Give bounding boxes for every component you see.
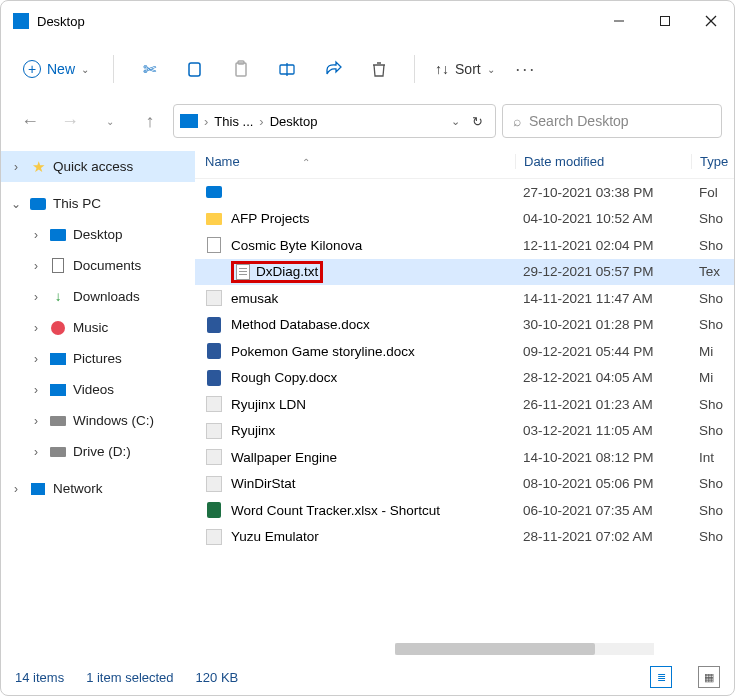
sidebar-item-pictures[interactable]: ›Pictures <box>1 343 195 374</box>
sidebar-item-downloads[interactable]: ›↓Downloads <box>1 281 195 312</box>
file-date: 30-10-2021 01:28 PM <box>515 317 691 332</box>
file-date: 14-11-2021 11:47 AM <box>515 291 691 306</box>
close-button[interactable] <box>688 1 734 41</box>
column-name[interactable]: Name⌃ <box>201 154 515 169</box>
file-name: Word Count Tracker.xlsx - Shortcut <box>231 503 515 518</box>
file-row[interactable]: Pokemon Game storyline.docx09-12-2021 05… <box>195 338 734 365</box>
file-row[interactable]: Yuzu Emulator28-11-2021 07:02 AMSho <box>195 524 734 551</box>
new-button[interactable]: + New ⌄ <box>13 54 99 84</box>
shortcut-icon <box>206 423 222 439</box>
file-row[interactable]: Word Count Tracker.xlsx - Shortcut06-10-… <box>195 497 734 524</box>
file-type: Sho <box>691 423 734 438</box>
status-size: 120 KB <box>196 670 239 685</box>
txt-icon <box>236 264 250 280</box>
file-row[interactable]: Ryujinx03-12-2021 11:05 AMSho <box>195 418 734 445</box>
search-input[interactable]: ⌕ Search Desktop <box>502 104 722 138</box>
new-label: New <box>47 61 75 77</box>
file-name: Rough Copy.docx <box>231 370 515 385</box>
file-type: Sho <box>691 291 734 306</box>
sidebar-label: Drive (D:) <box>73 444 131 459</box>
file-date: 27-10-2021 03:38 PM <box>515 185 691 200</box>
file-row[interactable]: Cosmic Byte Kilonova12-11-2021 02:04 PMS… <box>195 232 734 259</box>
cut-button[interactable]: ✄ <box>128 49 170 89</box>
drive-icon <box>50 447 66 457</box>
file-row[interactable]: AFP Projects04-10-2021 10:52 AMSho <box>195 206 734 233</box>
chevron-down-icon: ⌄ <box>487 64 495 75</box>
column-header: Name⌃ Date modified Type <box>195 145 734 179</box>
share-button[interactable] <box>312 49 354 89</box>
maximize-button[interactable] <box>642 1 688 41</box>
thumbnails-view-button[interactable]: ▦ <box>698 666 720 688</box>
file-row[interactable]: DxDiag.txt29-12-2021 05:57 PMTex <box>195 259 734 286</box>
recent-dropdown-icon[interactable]: ⌄ <box>93 104 127 138</box>
navbar: ← → ⌄ ↑ › This ... › Desktop ⌄ ↻ ⌕ Searc… <box>1 97 734 145</box>
file-name: Wallpaper Engine <box>231 450 515 465</box>
horizontal-scrollbar[interactable] <box>395 643 654 655</box>
plus-icon: + <box>23 60 41 78</box>
sidebar-label: This PC <box>53 196 101 211</box>
sidebar: › ★ Quick access ⌄ This PC ›Desktop ›Doc… <box>1 145 195 659</box>
drive-icon <box>50 416 66 426</box>
sidebar-item-quick-access[interactable]: › ★ Quick access <box>1 151 195 182</box>
file-type: Int <box>691 450 734 465</box>
sort-button[interactable]: ↑↓ Sort ⌄ <box>429 61 501 77</box>
chevron-right-icon: › <box>9 160 23 174</box>
rename-button[interactable] <box>266 49 308 89</box>
sidebar-item-videos[interactable]: ›Videos <box>1 374 195 405</box>
sidebar-item-music[interactable]: ›Music <box>1 312 195 343</box>
file-row[interactable]: emusak14-11-2021 11:47 AMSho <box>195 285 734 312</box>
copy-button[interactable] <box>174 49 216 89</box>
titlebar: Desktop <box>1 1 734 41</box>
sidebar-item-network[interactable]: ›Network <box>1 473 195 504</box>
sort-asc-icon: ⌃ <box>302 157 310 168</box>
column-type[interactable]: Type <box>691 154 734 169</box>
sidebar-item-drive-c[interactable]: ›Windows (C:) <box>1 405 195 436</box>
breadcrumb-seg[interactable]: This ... <box>214 114 253 129</box>
chevron-down-icon[interactable]: ⌄ <box>451 115 460 128</box>
sidebar-item-this-pc[interactable]: ⌄ This PC <box>1 188 195 219</box>
sidebar-label: Downloads <box>73 289 140 304</box>
sidebar-item-desktop[interactable]: ›Desktop <box>1 219 195 250</box>
file-name: DxDiag.txt <box>231 261 515 283</box>
sort-label: Sort <box>455 61 481 77</box>
address-bar[interactable]: › This ... › Desktop ⌄ ↻ <box>173 104 496 138</box>
sidebar-item-drive-d[interactable]: ›Drive (D:) <box>1 436 195 467</box>
svg-rect-4 <box>189 63 200 76</box>
file-row[interactable]: Ryujinx LDN26-11-2021 01:23 AMSho <box>195 391 734 418</box>
details-view-button[interactable]: ≣ <box>650 666 672 688</box>
status-selected: 1 item selected <box>86 670 173 685</box>
column-date[interactable]: Date modified <box>515 154 691 169</box>
sidebar-item-documents[interactable]: ›Documents <box>1 250 195 281</box>
sidebar-label: Quick access <box>53 159 133 174</box>
more-button[interactable]: ··· <box>505 49 547 89</box>
file-name: WinDirStat <box>231 476 515 491</box>
file-name: Method Database.docx <box>231 317 515 332</box>
paste-button[interactable] <box>220 49 262 89</box>
file-type: Mi <box>691 370 734 385</box>
word-icon <box>207 343 221 359</box>
file-type: Fol <box>691 185 734 200</box>
file-name: AFP Projects <box>231 211 515 226</box>
refresh-button[interactable]: ↻ <box>472 114 483 129</box>
sidebar-label: Desktop <box>73 227 123 242</box>
sidebar-label: Documents <box>73 258 141 273</box>
file-date: 04-10-2021 10:52 AM <box>515 211 691 226</box>
minimize-button[interactable] <box>596 1 642 41</box>
file-date: 28-11-2021 07:02 AM <box>515 529 691 544</box>
file-row[interactable]: Wallpaper Engine14-10-2021 08:12 PMInt <box>195 444 734 471</box>
file-row[interactable]: Rough Copy.docx28-12-2021 04:05 AMMi <box>195 365 734 392</box>
sidebar-label: Network <box>53 481 103 496</box>
shortcut-icon <box>206 290 222 306</box>
document-icon <box>52 258 64 273</box>
file-row[interactable]: Method Database.docx30-10-2021 01:28 PMS… <box>195 312 734 339</box>
back-button[interactable]: ← <box>13 104 47 138</box>
sidebar-label: Windows (C:) <box>73 413 154 428</box>
file-date: 28-12-2021 04:05 AM <box>515 370 691 385</box>
file-row[interactable]: 27-10-2021 03:38 PMFol <box>195 179 734 206</box>
breadcrumb-seg[interactable]: Desktop <box>270 114 318 129</box>
file-date: 26-11-2021 01:23 AM <box>515 397 691 412</box>
delete-button[interactable] <box>358 49 400 89</box>
file-row[interactable]: WinDirStat08-10-2021 05:06 PMSho <box>195 471 734 498</box>
up-button[interactable]: ↑ <box>133 104 167 138</box>
forward-button[interactable]: → <box>53 104 87 138</box>
